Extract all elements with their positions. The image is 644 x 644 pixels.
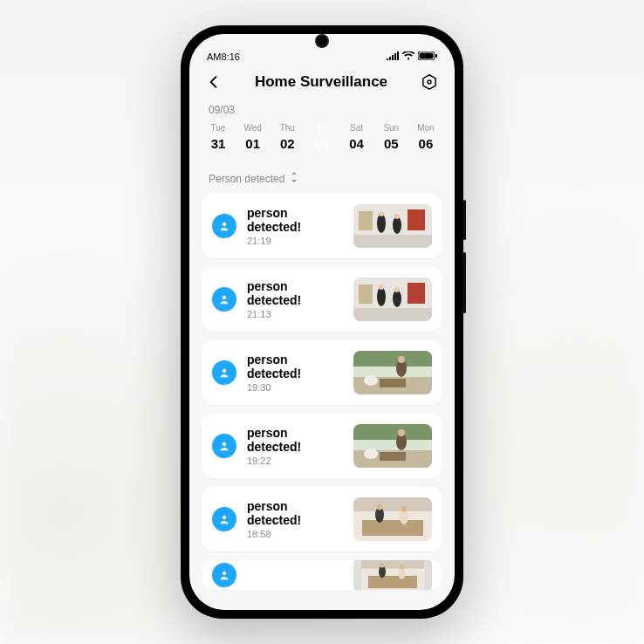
event-title: person detected! (247, 206, 343, 234)
event-list: person detected!21:19person detected!21:… (189, 194, 455, 610)
status-time: AM8:16 (207, 51, 240, 62)
day-03[interactable]: Fri03 (305, 123, 339, 151)
day-01[interactable]: Wed01 (236, 123, 270, 151)
event-time: 18:58 (247, 529, 343, 539)
filter-dropdown[interactable]: Person detected (189, 161, 455, 194)
person-icon (212, 507, 236, 531)
day-dow: Tue (211, 123, 226, 133)
day-dow: Wed (243, 123, 261, 133)
phone-frame: AM8:16 Home Surveillance (181, 25, 463, 619)
day-num: 31 (211, 136, 226, 151)
day-num: 04 (349, 136, 364, 151)
current-date-label: 09/03 (189, 99, 455, 118)
event-text: person detected!21:13 (247, 279, 343, 319)
svg-point-9 (223, 369, 226, 373)
event-text: person detected!21:19 (247, 206, 343, 246)
day-04[interactable]: Sat04 (340, 123, 373, 151)
event-thumbnail (353, 351, 432, 394)
day-selector: Tue31Wed01Thu02Fri03Sat04Sun05Mon06 (189, 118, 455, 161)
svg-point-7 (223, 296, 226, 299)
signal-icon (387, 51, 399, 62)
day-dow: Thu (280, 123, 295, 133)
app-header: Home Surveillance (189, 64, 455, 99)
event-thumbnail (353, 204, 432, 248)
event-time: 21:19 (247, 236, 343, 246)
person-icon (212, 214, 236, 238)
sort-icon (290, 172, 298, 185)
day-num: 03 (315, 136, 330, 151)
day-31[interactable]: Tue31 (202, 123, 235, 151)
event-time: 19:30 (247, 382, 343, 393)
filter-label: Person detected (209, 173, 284, 185)
back-button[interactable] (205, 73, 223, 91)
event-title: person detected! (247, 353, 343, 380)
event-text: person detected!19:22 (247, 426, 343, 466)
event-card[interactable]: person detected!21:13 (202, 267, 442, 332)
day-dow: Sun (383, 123, 399, 133)
person-icon (212, 287, 236, 312)
event-title: person detected! (247, 426, 343, 454)
event-thumbnail (353, 497, 432, 541)
settings-button[interactable] (420, 72, 439, 92)
day-num: 01 (245, 136, 260, 151)
event-text: person detected!18:58 (247, 499, 343, 539)
svg-rect-1 (420, 53, 434, 59)
svg-rect-2 (435, 54, 437, 58)
wifi-icon (402, 51, 414, 62)
day-dow: Fri (317, 123, 327, 133)
event-thumbnail (353, 277, 432, 321)
day-06[interactable]: Mon06 (409, 123, 442, 151)
camera-hole (317, 36, 327, 46)
event-card[interactable]: person detected!19:22 (202, 414, 442, 478)
day-num: 02 (280, 136, 295, 151)
event-card[interactable]: person detected!19:30 (202, 340, 442, 405)
person-icon (212, 434, 236, 458)
event-title: person detected! (247, 499, 343, 527)
screen: AM8:16 Home Surveillance (189, 34, 455, 610)
day-num: 05 (384, 136, 399, 151)
event-time: 19:22 (247, 456, 343, 466)
svg-point-14 (223, 572, 226, 575)
day-dow: Mon (417, 123, 434, 133)
event-time: 21:13 (247, 309, 343, 319)
event-card[interactable] (202, 560, 442, 590)
event-title: person detected! (247, 279, 343, 307)
person-icon (212, 563, 236, 587)
day-num: 06 (419, 136, 434, 151)
svg-point-5 (223, 223, 226, 226)
day-02[interactable]: Thu02 (271, 123, 304, 151)
svg-point-3 (428, 80, 431, 84)
day-05[interactable]: Sun05 (374, 123, 408, 151)
battery-icon (418, 51, 437, 62)
event-thumbnail (353, 560, 432, 590)
event-text: person detected!19:30 (247, 353, 343, 393)
event-card[interactable]: person detected!18:58 (202, 487, 442, 552)
page-title: Home Surveillance (255, 73, 387, 91)
event-thumbnail (353, 424, 432, 468)
svg-point-13 (223, 516, 226, 519)
svg-point-11 (223, 442, 226, 446)
event-card[interactable]: person detected!21:19 (202, 194, 442, 258)
day-dow: Sat (350, 123, 363, 133)
person-icon (212, 360, 236, 385)
